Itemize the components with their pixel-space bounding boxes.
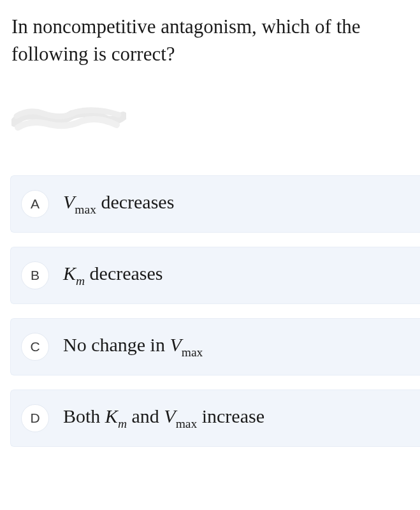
- option-label-d: Both Km and Vmax increase: [63, 405, 264, 430]
- erased-mark: [11, 103, 126, 138]
- option-d[interactable]: D Both Km and Vmax increase: [10, 390, 420, 447]
- option-letter-b: B: [21, 261, 49, 289]
- option-letter-d: D: [21, 404, 49, 432]
- option-label-c: No change in Vmax: [63, 334, 203, 359]
- option-label-a: Vmax decreases: [63, 191, 174, 216]
- question-text: In noncompetitive antagonism, which of t…: [0, 0, 420, 75]
- option-letter-a: A: [21, 190, 49, 218]
- option-label-b: Km decreases: [63, 263, 163, 288]
- option-a[interactable]: A Vmax decreases: [10, 175, 420, 233]
- option-letter-c: C: [21, 333, 49, 361]
- option-c[interactable]: C No change in Vmax: [10, 318, 420, 375]
- option-b[interactable]: B Km decreases: [10, 247, 420, 304]
- options-list: A Vmax decreases B Km decreases C No cha…: [0, 175, 420, 447]
